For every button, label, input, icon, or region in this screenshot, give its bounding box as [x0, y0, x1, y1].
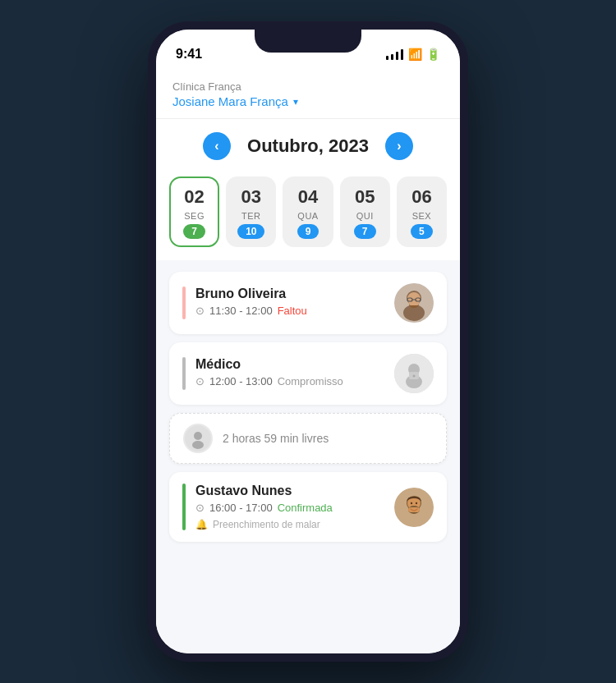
free-avatar	[183, 424, 213, 453]
day-number-03: 03	[241, 186, 261, 208]
clock-icon-4: ⊙	[195, 502, 205, 514]
month-title: Outubro, 2023	[247, 135, 369, 157]
appt-note-row-4: 🔔 Preenchimento de malar	[195, 519, 333, 530]
avatar-bruno	[394, 283, 434, 323]
appt-time-2: 12:00 - 13:00	[209, 375, 273, 387]
appt-left-2: Médico ⊙ 12:00 - 13:00 Compromisso	[182, 357, 394, 390]
day-number-02: 02	[184, 186, 204, 208]
day-card-02[interactable]: 02 SEG 7	[169, 176, 219, 247]
svg-point-22	[411, 502, 412, 503]
avatar-medico	[394, 354, 434, 393]
clock-icon-1: ⊙	[195, 305, 205, 317]
appt-left-1: Bruno Oliveira ⊙ 11:30 - 12:00 Faltou	[182, 286, 394, 319]
header: Clínica França Josiane Mara França ▾	[156, 71, 460, 119]
day-label-05: QUI	[356, 211, 374, 221]
status-time: 9:41	[176, 47, 202, 62]
day-label-04: QUA	[297, 211, 318, 221]
svg-point-15	[194, 432, 202, 440]
free-avatar-svg	[185, 425, 211, 452]
appt-info-4: Gustavo Nunes ⊙ 16:00 - 17:00 Confirmada…	[195, 484, 333, 530]
appt-status-1: Faltou	[278, 305, 307, 317]
appt-name-1: Bruno Oliveira	[195, 286, 307, 301]
clinic-name: Clínica França	[172, 80, 444, 93]
appointments-section: Bruno Oliveira ⊙ 11:30 - 12:00 Faltou	[156, 260, 460, 553]
svg-rect-5	[409, 301, 419, 305]
day-number-06: 06	[411, 186, 431, 208]
avatar-svg-2	[394, 354, 434, 393]
appt-time-row-2: ⊙ 12:00 - 13:00 Compromisso	[195, 375, 343, 387]
clock-icon-2: ⊙	[195, 375, 205, 387]
appt-time-row-4: ⊙ 16:00 - 17:00 Confirmada	[195, 502, 333, 514]
status-icons: 📶 🔋	[385, 48, 440, 61]
signal-icon	[385, 48, 404, 60]
day-badge-06: 5	[411, 224, 433, 239]
appointment-card-1[interactable]: Bruno Oliveira ⊙ 11:30 - 12:00 Faltou	[169, 272, 447, 334]
appt-left-4: Gustavo Nunes ⊙ 16:00 - 17:00 Confirmada…	[182, 484, 394, 530]
phone-frame: 9:41 📶 🔋 Clínica França Josiane Mara Fra…	[148, 21, 468, 662]
prev-month-button[interactable]: ‹	[203, 132, 231, 160]
day-badge-05: 7	[354, 224, 376, 239]
day-card-05[interactable]: 05 QUI 7	[340, 176, 390, 247]
day-number-05: 05	[355, 186, 375, 208]
battery-icon: 🔋	[426, 48, 440, 61]
appt-time-row-1: ⊙ 11:30 - 12:00 Faltou	[195, 305, 307, 317]
svg-point-13	[413, 375, 416, 378]
appt-info-1: Bruno Oliveira ⊙ 11:30 - 12:00 Faltou	[195, 286, 307, 319]
avatar-gustavo	[394, 488, 434, 527]
chevron-down-icon: ▾	[293, 96, 298, 108]
doctor-name: Josiane Mara França	[172, 94, 288, 108]
free-time-card: 2 horas 59 min livres	[169, 413, 447, 464]
appointment-card-4[interactable]: Gustavo Nunes ⊙ 16:00 - 17:00 Confirmada…	[169, 472, 447, 542]
doctor-row[interactable]: Josiane Mara França ▾	[172, 94, 444, 108]
appt-bar-green	[182, 484, 186, 530]
appt-status-2: Compromisso	[278, 375, 343, 387]
free-time-text: 2 horas 59 min livres	[223, 432, 329, 445]
day-label-06: SEX	[412, 211, 432, 221]
appt-bar-red	[182, 286, 186, 319]
day-number-04: 04	[298, 186, 318, 208]
calendar-strip: 02 SEG 7 03 TER 10 04 QUA 9 05 QUI 7	[156, 170, 460, 260]
day-badge-04: 9	[297, 224, 319, 239]
svg-rect-21	[408, 507, 420, 512]
day-label-03: TER	[241, 211, 261, 221]
bell-icon-4: 🔔	[195, 519, 208, 530]
appt-bar-gray	[182, 357, 186, 390]
day-badge-03: 10	[237, 224, 264, 239]
svg-point-23	[416, 502, 417, 503]
day-label-02: SEG	[184, 211, 205, 221]
appt-status-4: Confirmada	[278, 502, 333, 514]
appt-name-2: Médico	[195, 357, 343, 372]
notch	[255, 30, 361, 53]
appointment-card-2[interactable]: Médico ⊙ 12:00 - 13:00 Compromisso	[169, 342, 447, 405]
appt-note-4: Preenchimento de malar	[213, 519, 320, 530]
day-badge-02: 7	[183, 224, 205, 239]
avatar-svg-1	[394, 283, 434, 323]
day-card-06[interactable]: 06 SEX 5	[397, 176, 447, 247]
main-content: Clínica França Josiane Mara França ▾ ‹ O…	[156, 71, 460, 653]
appt-name-4: Gustavo Nunes	[195, 484, 333, 498]
svg-point-16	[192, 441, 204, 449]
month-nav: ‹ Outubro, 2023 ›	[156, 119, 460, 170]
day-card-03[interactable]: 03 TER 10	[226, 176, 276, 247]
day-card-04[interactable]: 04 QUA 9	[283, 176, 333, 247]
next-month-button[interactable]: ›	[385, 132, 413, 160]
avatar-svg-4	[394, 488, 434, 527]
appt-time-1: 11:30 - 12:00	[209, 305, 273, 317]
appt-info-2: Médico ⊙ 12:00 - 13:00 Compromisso	[195, 357, 343, 390]
appt-time-4: 16:00 - 17:00	[209, 502, 273, 514]
wifi-icon: 📶	[408, 48, 422, 61]
